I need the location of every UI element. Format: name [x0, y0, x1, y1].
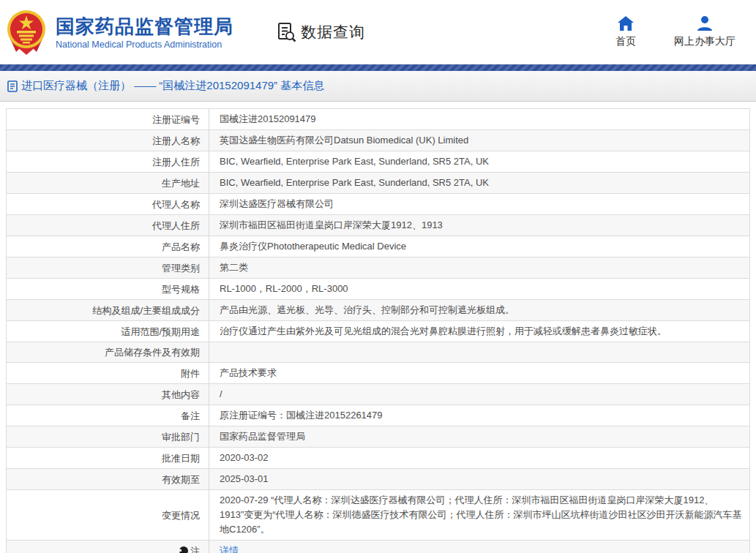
table-row: 代理人名称 深圳达盛医疗器械有限公司 — [7, 194, 749, 215]
row-label: 产品名称 — [7, 236, 209, 257]
row-value — [209, 350, 749, 356]
table-row: 备注 原注册证编号：国械注进20152261479 — [7, 405, 749, 426]
row-value: 详情 — [209, 541, 749, 553]
document-search-icon — [276, 21, 298, 43]
row-label: 注册人名称 — [7, 130, 209, 151]
breadcrumb-bar: 进口医疗器械（注册） —— “国械注进20152091479” 基本信息 — [0, 71, 756, 102]
national-emblem-logo — [6, 10, 47, 55]
table-row: 有效期至 2025-03-01 — [7, 469, 749, 490]
table-row: 变更情况 2020-07-29 “代理人名称：深圳达盛医疗器械有限公司；代理人住… — [7, 490, 749, 541]
row-label: 审批部门 — [7, 426, 209, 447]
decorative-band — [0, 64, 756, 71]
org-name-en: National Medical Products Administration — [56, 40, 233, 50]
row-label: 代理人名称 — [7, 194, 209, 214]
row-label: 其他内容 — [7, 384, 209, 405]
row-value: 英国达盛生物医药有限公司Datsun Biomedical (UK) Limit… — [209, 130, 749, 151]
row-value: 国家药品监督管理局 — [209, 426, 749, 447]
table-row: 批准日期 2020-03-02 — [7, 448, 749, 469]
row-value: 2025-03-01 — [209, 469, 749, 489]
table-row: 管理类别 第二类 — [7, 257, 749, 279]
nav-online-hall-label: 网上办事大厅 — [674, 35, 736, 48]
table-row: 其他内容 / — [7, 384, 749, 405]
breadcrumb: 进口医疗器械（注册） —— “国械注进20152091479” 基本信息 — [21, 79, 324, 93]
person-icon — [697, 16, 713, 31]
table-row: 产品储存条件及有效期 — [7, 342, 749, 363]
row-value: RL-1000，RL-2000，RL-3000 — [209, 279, 749, 299]
row-label: 生产地址 — [7, 173, 209, 193]
row-label: 附件 — [7, 363, 209, 383]
org-name-cn: 国家药品监督管理局 — [56, 15, 233, 37]
table-row: 结构及组成/主要组成成分 产品由光源、遮光板、光导、治疗头、控制部分和可控制遮光… — [7, 300, 749, 321]
data-query-label: 数据查询 — [301, 22, 365, 42]
table-row: 代理人住所 深圳市福田区福田街道皇岗口岸深荣大厦1912、1913 — [7, 215, 749, 236]
nav-home-label: 首页 — [615, 35, 636, 48]
table-row: 生产地址 BIC, Wearfield, Enterprise Park Eas… — [7, 173, 749, 194]
data-query-section[interactable]: 数据查询 — [276, 21, 365, 43]
row-label: 管理类别 — [7, 257, 209, 278]
org-title-block: 国家药品监督管理局 National Medical Products Admi… — [56, 15, 233, 50]
nav-home[interactable]: 首页 — [615, 16, 636, 48]
table-row: 注 详情 — [7, 541, 749, 553]
row-value: 治疗仪通过产生由紫外光及可见光组成的混合光对鼻腔粘膜进行照射，用于减轻或缓解患者… — [209, 321, 749, 342]
row-value: 国械注进20152091479 — [209, 109, 749, 129]
row-value: / — [209, 384, 749, 405]
row-label: 适用范围/预期用途 — [7, 321, 209, 342]
row-value: 深圳达盛医疗器械有限公司 — [209, 194, 749, 214]
row-label: 注册人住所 — [7, 151, 209, 172]
row-label: 备注 — [7, 405, 209, 426]
row-label: 型号规格 — [7, 279, 209, 299]
table-row: 注册人名称 英国达盛生物医药有限公司Datsun Biomedical (UK)… — [7, 130, 749, 151]
row-label: 代理人住所 — [7, 215, 209, 236]
table-row: 适用范围/预期用途 治疗仪通过产生由紫外光及可见光组成的混合光对鼻腔粘膜进行照射… — [7, 321, 749, 342]
row-label: 注册证编号 — [7, 109, 209, 129]
row-value: 鼻炎治疗仪Phototherapeutic Medical Device — [209, 236, 749, 257]
home-icon — [618, 16, 634, 31]
info-table: 注册证编号 国械注进20152091479 注册人名称 英国达盛生物医药有限公司… — [6, 108, 750, 553]
page-header: 国家药品监督管理局 National Medical Products Admi… — [0, 0, 756, 64]
table-row: 注册证编号 国械注进20152091479 — [7, 109, 749, 130]
table-row: 产品名称 鼻炎治疗仪Phototherapeutic Medical Devic… — [7, 236, 749, 257]
row-label: 变更情况 — [7, 490, 209, 540]
row-label: 有效期至 — [7, 469, 209, 489]
table-row: 注册人住所 BIC, Wearfield, Enterprise Park Ea… — [7, 151, 749, 173]
detail-link[interactable]: 详情 — [220, 545, 239, 553]
table-row: 附件 产品技术要求 — [7, 363, 749, 384]
row-value: 2020-07-29 “代理人名称：深圳达盛医疗器械有限公司；代理人住所：深圳市… — [209, 490, 749, 540]
row-value: 产品由光源、遮光板、光导、治疗头、控制部分和可控制遮光板组成。 — [209, 300, 749, 320]
page-icon — [7, 80, 18, 92]
row-value: 原注册证编号：国械注进20152261479 — [209, 405, 749, 426]
row-label: 产品储存条件及有效期 — [7, 342, 209, 362]
row-value: 2020-03-02 — [209, 448, 749, 468]
nav-online-hall[interactable]: 网上办事大厅 — [674, 16, 736, 48]
row-value: BIC, Wearfield, Enterprise Park East, Su… — [209, 173, 749, 193]
row-value: 第二类 — [209, 257, 749, 278]
row-label: 批准日期 — [7, 448, 209, 468]
row-value: 深圳市福田区福田街道皇岗口岸深荣大厦1912、1913 — [209, 215, 749, 236]
note-icon — [179, 546, 188, 553]
row-label: 注 — [7, 541, 209, 553]
table-row: 审批部门 国家药品监督管理局 — [7, 426, 749, 448]
row-value: 产品技术要求 — [209, 363, 749, 383]
row-value: BIC, Wearfield, Enterprise Park East, Su… — [209, 151, 749, 172]
row-label: 结构及组成/主要组成成分 — [7, 300, 209, 320]
table-row: 型号规格 RL-1000，RL-2000，RL-3000 — [7, 279, 749, 300]
